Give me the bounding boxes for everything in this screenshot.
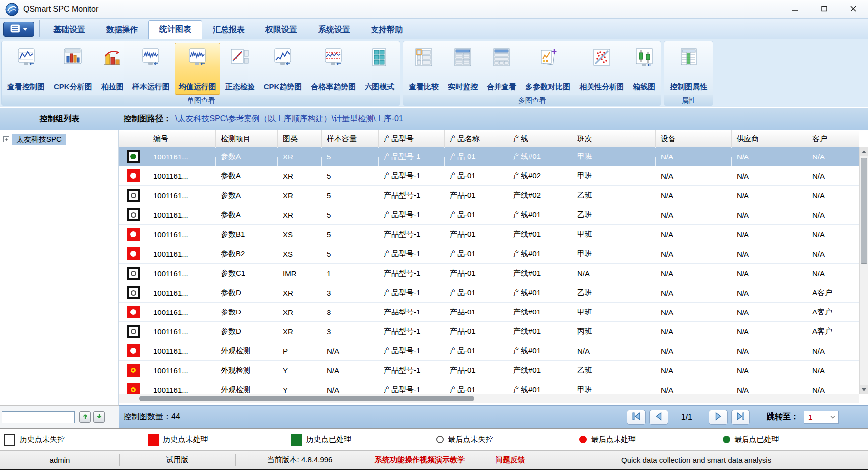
- cpk-analysis-chart-button[interactable]: CPK分析图: [50, 43, 96, 95]
- column-header[interactable]: 设备: [656, 130, 732, 147]
- column-header[interactable]: 产品型号: [379, 130, 445, 147]
- control-chart-icon: [16, 47, 36, 69]
- table-row[interactable]: 1001161...参数AXR5产品型号-1产品-01产线#01乙班N/AN/A…: [119, 205, 859, 225]
- scrollbar-down-arrow-icon[interactable]: [860, 385, 868, 394]
- column-header[interactable]: 图类: [278, 130, 322, 147]
- ribbon-group-label: 多图查看: [403, 95, 661, 105]
- vertical-scrollbar-thumb[interactable]: [861, 158, 867, 264]
- view-control-chart-button[interactable]: 查看控制图: [3, 43, 49, 95]
- column-header[interactable]: 客户: [807, 130, 860, 147]
- table-row[interactable]: 1001161...外观检测YN/A产品型号-1产品-01产线#01乙班N/AN…: [119, 361, 859, 380]
- chevron-down-icon: [23, 28, 28, 31]
- column-header[interactable]: 产品名称: [445, 130, 508, 147]
- table-cell: 产线#01: [508, 264, 572, 283]
- tree-item-label: 太友科技SPC: [12, 134, 66, 145]
- title-bar: QSmart SPC Monitor: [0, 0, 868, 18]
- sample-run-chart-button[interactable]: 样本运行图: [128, 43, 174, 95]
- table-cell: 1001161...: [148, 283, 216, 302]
- prev-page-button[interactable]: [649, 410, 668, 425]
- first-page-button[interactable]: [627, 410, 646, 425]
- normality-test-button[interactable]: 正态检验: [221, 43, 259, 95]
- tree-search-input[interactable]: [2, 411, 75, 423]
- pareto-chart-button[interactable]: 柏拉图: [97, 43, 127, 95]
- six-chart-mode-button[interactable]: 六图模式: [361, 43, 398, 95]
- column-header-status: [119, 130, 148, 147]
- status-history-unhandled-last-ok-icon: [127, 344, 140, 357]
- menu-tab-permission-settings[interactable]: 权限设置: [255, 21, 308, 39]
- table-cell: N/A: [656, 264, 732, 283]
- table-cell: Y: [278, 380, 322, 394]
- column-header[interactable]: 班次: [572, 130, 656, 147]
- table-cell: 甲班: [572, 147, 656, 166]
- table-cell: 产线#01: [508, 283, 572, 302]
- tree-item-taiyou-spc[interactable]: 太友科技SPC: [0, 133, 118, 146]
- table-cell: A客户: [807, 303, 859, 321]
- table-row[interactable]: 1001161...参数AXR5产品型号-1产品-01产线#02乙班N/AN/A…: [119, 186, 859, 205]
- mean-run-chart-button[interactable]: 均值运行图: [175, 43, 220, 95]
- table-cell: N/A: [322, 341, 379, 360]
- legend-square-white-icon: [4, 434, 15, 446]
- table-cell: 产线#01: [508, 244, 572, 263]
- scrollbar-up-arrow-icon[interactable]: [860, 147, 868, 156]
- table-row[interactable]: 1001161...参数C1IMR1产品型号-1产品-01产线#01N/AN/A…: [119, 264, 859, 283]
- search-up-button[interactable]: [79, 411, 91, 423]
- menu-tab-summary-reports[interactable]: 汇总报表: [202, 21, 255, 39]
- menu-tab-data-operations[interactable]: 数据操作: [96, 21, 148, 39]
- table-row[interactable]: 1001161...参数AXR5产品型号-1产品-01产线#02甲班N/AN/A…: [119, 166, 859, 186]
- column-header[interactable]: 编号: [148, 130, 216, 147]
- table-cell: 产品型号-1: [379, 341, 445, 360]
- table-cell: 产线#02: [508, 166, 572, 185]
- correlation-analysis-chart-button[interactable]: 相关性分析图: [575, 43, 628, 95]
- column-header[interactable]: 样本容量: [322, 130, 379, 147]
- column-header[interactable]: 产线: [508, 130, 572, 147]
- table-row[interactable]: 1001161...参数AXR5产品型号-1产品-01产线#01甲班N/AN/A…: [119, 147, 859, 166]
- menu-tab-basic-settings[interactable]: 基础设置: [43, 21, 96, 39]
- cpk-trend-chart-button[interactable]: CPK趋势图: [260, 43, 306, 95]
- close-button[interactable]: [839, 0, 868, 18]
- app-menu-button[interactable]: [3, 22, 34, 37]
- table-cell: 3: [322, 303, 379, 321]
- search-down-button[interactable]: [93, 411, 105, 423]
- maximize-button[interactable]: [810, 0, 839, 18]
- column-header[interactable]: 供应商: [732, 130, 807, 147]
- table-cell: 产线#02: [508, 186, 572, 205]
- run-chart-icon: [141, 47, 161, 69]
- table-row[interactable]: 1001161...参数B1XS5产品型号-1产品-01产线#01甲班N/AN/…: [119, 225, 859, 244]
- table-cell: 产品-01: [445, 380, 508, 394]
- status-version: 当前版本: 4.8.4.996: [236, 455, 364, 465]
- tutorial-link[interactable]: 系统功能操作视频演示教学: [375, 455, 465, 465]
- table-row[interactable]: 1001161...参数DXR3产品型号-1产品-01产线#01乙班N/AN/A…: [119, 283, 859, 303]
- box-plot-button[interactable]: 箱线图: [629, 43, 659, 95]
- view-compare-button[interactable]: 查看比较: [405, 43, 443, 95]
- menu-tab-statistical-charts[interactable]: 统计图表: [148, 20, 202, 39]
- minimize-button[interactable]: [781, 0, 810, 18]
- table-row[interactable]: 1001161...外观检测YN/A产品型号-1产品-01产线#01甲班N/AN…: [119, 380, 859, 394]
- table-row[interactable]: 1001161...参数B2XS5产品型号-1产品-01产线#01甲班N/AN/…: [119, 244, 859, 264]
- table-row[interactable]: 1001161...参数DXR3产品型号-1产品-01产线#01丙班N/AN/A…: [119, 322, 859, 341]
- legend-label: 最后点未失控: [448, 435, 493, 444]
- first-page-icon: [631, 411, 642, 423]
- table-cell: IMR: [278, 264, 322, 283]
- realtime-monitor-button[interactable]: 实时监控: [444, 43, 482, 95]
- multi-param-compare-chart-button[interactable]: 多参数对比图: [521, 43, 574, 95]
- next-page-button[interactable]: [709, 410, 728, 425]
- compare-icon: [414, 47, 434, 69]
- tree-expander-plus-icon[interactable]: [3, 135, 9, 144]
- vertical-scrollbar[interactable]: [859, 147, 868, 394]
- column-header[interactable]: 检测项目: [216, 130, 278, 147]
- table-row[interactable]: 1001161...参数DXR3产品型号-1产品-01产线#01甲班N/AN/A…: [119, 303, 859, 322]
- table-cell: N/A: [807, 205, 859, 224]
- control-chart-properties-button[interactable]: 控制图属性: [666, 43, 711, 95]
- feedback-link[interactable]: 问题反馈: [496, 455, 525, 465]
- last-page-button[interactable]: [731, 410, 750, 425]
- merged-view-button[interactable]: 合并查看: [483, 43, 520, 95]
- horizontal-scrollbar-thumb[interactable]: [139, 396, 474, 401]
- table-cell: 产线#01: [508, 380, 572, 394]
- table-row[interactable]: 1001161...外观检测PN/A产品型号-1产品-01产线#01N/AN/A…: [119, 341, 859, 361]
- horizontal-scrollbar[interactable]: [119, 394, 859, 403]
- table-cell: 产品-01: [445, 186, 508, 205]
- jump-to-select[interactable]: 1: [804, 411, 839, 424]
- yield-trend-chart-button[interactable]: 合格率趋势图: [307, 43, 360, 95]
- menu-tab-system-settings[interactable]: 系统设置: [308, 21, 361, 39]
- menu-tab-support-help[interactable]: 支持帮助: [361, 21, 413, 39]
